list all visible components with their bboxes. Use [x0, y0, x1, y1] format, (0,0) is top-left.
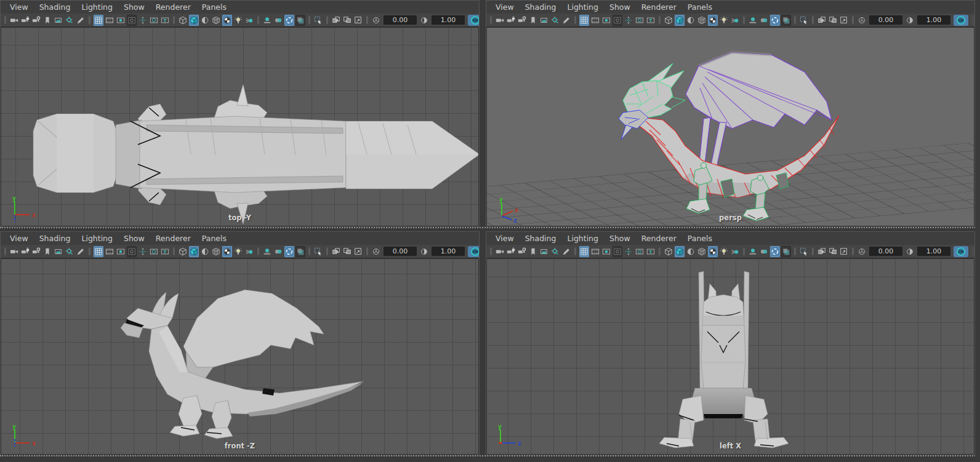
xray-button[interactable]: [295, 15, 305, 26]
viewport-top[interactable]: y x top -Y: [1, 27, 479, 226]
field-chart-button[interactable]: [624, 246, 633, 257]
menu-view[interactable]: View: [4, 1, 34, 14]
two-sided-lighting-button[interactable]: [244, 246, 254, 257]
isolate-add-selected-button[interactable]: [828, 246, 838, 257]
wireframe-display-button[interactable]: [664, 15, 673, 26]
isolate-remove-selected-button[interactable]: [839, 15, 849, 26]
ambient-occlusion-button[interactable]: [759, 15, 769, 26]
menu-lighting[interactable]: Lighting: [561, 232, 604, 245]
wireframe-display-button[interactable]: [664, 246, 673, 257]
select-camera-button[interactable]: [9, 246, 19, 257]
grid-toggle-button[interactable]: [579, 246, 589, 257]
grease-pencil-button[interactable]: [76, 15, 86, 26]
exposure-button[interactable]: [371, 246, 381, 257]
bookmarks-button[interactable]: [42, 15, 52, 26]
menu-show[interactable]: Show: [604, 232, 636, 245]
menu-renderer[interactable]: Renderer: [150, 232, 196, 245]
select-camera-button[interactable]: [495, 246, 505, 257]
viewport-left[interactable]: y z left X: [486, 258, 974, 455]
shaded-display-button[interactable]: [189, 246, 199, 257]
menu-view[interactable]: View: [4, 232, 34, 245]
lock-camera-button[interactable]: [20, 246, 30, 257]
shadows-button[interactable]: [262, 15, 272, 26]
motion-blur-button[interactable]: [284, 246, 294, 257]
image-plane-button[interactable]: [54, 15, 63, 26]
image-plane-button[interactable]: [539, 246, 549, 257]
menu-renderer[interactable]: Renderer: [636, 1, 682, 14]
two-sided-lighting-button[interactable]: [730, 246, 740, 257]
menu-panels[interactable]: Panels: [196, 1, 232, 14]
exposure-value-field[interactable]: 0.00: [384, 247, 417, 256]
horizontal-splitter[interactable]: [0, 227, 980, 231]
wireframe-on-shaded-button[interactable]: [708, 246, 718, 257]
object-selection-button[interactable]: [313, 15, 323, 26]
isolate-remove-selected-button[interactable]: [839, 246, 849, 257]
wireframe-display-button[interactable]: [178, 15, 188, 26]
use-default-material-button[interactable]: [697, 246, 707, 257]
exposure-value-field[interactable]: 0.00: [384, 15, 417, 25]
isolate-remove-selected-button[interactable]: [353, 246, 363, 257]
gamma-button[interactable]: [905, 246, 915, 257]
bookmarks-button[interactable]: [528, 15, 538, 26]
safe-action-button[interactable]: [635, 15, 645, 26]
pan-zoom-button[interactable]: [65, 246, 74, 257]
menu-shading[interactable]: Shading: [34, 1, 76, 14]
film-gate-button[interactable]: [105, 15, 114, 26]
grid-toggle-button[interactable]: [94, 15, 103, 26]
shadows-button[interactable]: [748, 15, 758, 26]
xray-button[interactable]: [781, 246, 791, 257]
use-default-material-button[interactable]: [211, 246, 221, 257]
two-sided-lighting-button[interactable]: [730, 15, 740, 26]
safe-action-button[interactable]: [635, 246, 645, 257]
menu-lighting[interactable]: Lighting: [76, 1, 118, 14]
shaded-display-button[interactable]: [189, 15, 199, 26]
menu-renderer[interactable]: Renderer: [150, 1, 196, 14]
xray-button[interactable]: [295, 246, 305, 257]
motion-blur-button[interactable]: [770, 15, 780, 26]
grid-toggle-button[interactable]: [579, 15, 589, 26]
color-management-toggle-button[interactable]: ON: [954, 15, 968, 26]
pan-zoom-button[interactable]: [65, 15, 74, 26]
menu-view[interactable]: View: [490, 232, 520, 245]
menu-show[interactable]: Show: [118, 232, 150, 245]
resolution-gate-button[interactable]: [116, 15, 126, 26]
menu-lighting[interactable]: Lighting: [76, 232, 118, 245]
grease-pencil-button[interactable]: [561, 246, 571, 257]
menu-view[interactable]: View: [490, 1, 520, 14]
gate-mask-button[interactable]: [612, 15, 622, 26]
textured-display-button[interactable]: [686, 246, 696, 257]
wireframe-on-shaded-button[interactable]: [222, 246, 232, 257]
isolate-select-button[interactable]: [817, 246, 827, 257]
field-chart-button[interactable]: [138, 246, 148, 257]
camera-attributes-button[interactable]: [517, 246, 527, 257]
gate-mask-button[interactable]: [127, 15, 137, 26]
menu-panels[interactable]: Panels: [682, 232, 718, 245]
exposure-value-field[interactable]: 0.00: [869, 15, 902, 25]
menu-shading[interactable]: Shading: [520, 1, 562, 14]
object-selection-button[interactable]: [313, 246, 323, 257]
resolution-gate-button[interactable]: [116, 246, 126, 257]
gate-mask-button[interactable]: [612, 246, 622, 257]
color-management-toggle-button[interactable]: ON: [954, 246, 968, 257]
lock-camera-button[interactable]: [506, 15, 516, 26]
wireframe-on-shaded-button[interactable]: [708, 15, 718, 26]
textured-display-button[interactable]: [200, 246, 210, 257]
menu-shading[interactable]: Shading: [34, 232, 76, 245]
select-camera-button[interactable]: [9, 15, 19, 26]
gamma-button[interactable]: [905, 15, 915, 26]
wireframe-display-button[interactable]: [178, 246, 188, 257]
menu-show[interactable]: Show: [604, 1, 636, 14]
safe-action-button[interactable]: [149, 246, 159, 257]
textured-display-button[interactable]: [200, 15, 210, 26]
use-all-lights-button[interactable]: [233, 15, 243, 26]
shadows-button[interactable]: [748, 246, 758, 257]
motion-blur-button[interactable]: [284, 15, 294, 26]
menu-show[interactable]: Show: [118, 1, 150, 14]
shadows-button[interactable]: [262, 246, 272, 257]
gamma-value-field[interactable]: 1.00: [917, 15, 950, 25]
lock-camera-button[interactable]: [506, 246, 516, 257]
textured-display-button[interactable]: [686, 15, 696, 26]
camera-attributes-button[interactable]: [31, 246, 41, 257]
field-chart-button[interactable]: [138, 15, 148, 26]
menu-panels[interactable]: Panels: [682, 1, 718, 14]
